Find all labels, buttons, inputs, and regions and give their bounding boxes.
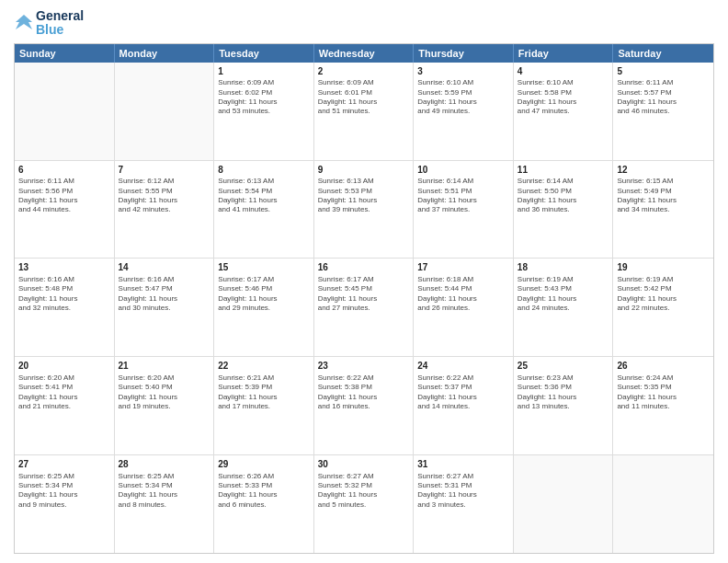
day-number: 20 bbox=[18, 360, 110, 373]
day-number: 10 bbox=[417, 164, 509, 177]
header: General Blue bbox=[14, 9, 714, 38]
cell-content: Sunrise: 6:16 AM Sunset: 5:48 PM Dayligh… bbox=[18, 275, 110, 314]
page: General Blue SundayMondayTuesdayWednesda… bbox=[0, 0, 728, 563]
day-cell-29: 29Sunrise: 6:26 AM Sunset: 5:33 PM Dayli… bbox=[214, 455, 314, 553]
cell-content: Sunrise: 6:14 AM Sunset: 5:51 PM Dayligh… bbox=[417, 177, 509, 215]
day-cell-19: 19Sunrise: 6:19 AM Sunset: 5:42 PM Dayli… bbox=[613, 259, 713, 356]
day-number: 29 bbox=[218, 458, 310, 471]
day-number: 8 bbox=[218, 164, 310, 177]
day-cell-15: 15Sunrise: 6:17 AM Sunset: 5:46 PM Dayli… bbox=[214, 259, 314, 356]
day-cell-31: 31Sunrise: 6:27 AM Sunset: 5:31 PM Dayli… bbox=[414, 455, 514, 553]
calendar-row-4: 27Sunrise: 6:25 AM Sunset: 5:34 PM Dayli… bbox=[15, 455, 713, 553]
logo-blue: Blue bbox=[36, 23, 84, 37]
empty-cell bbox=[115, 63, 215, 160]
day-cell-4: 4Sunrise: 6:10 AM Sunset: 5:58 PM Daylig… bbox=[514, 63, 614, 160]
cell-content: Sunrise: 6:27 AM Sunset: 5:31 PM Dayligh… bbox=[417, 472, 509, 511]
day-number: 26 bbox=[617, 360, 710, 373]
header-cell-sunday: Sunday bbox=[15, 44, 115, 63]
day-number: 15 bbox=[218, 261, 310, 274]
cell-content: Sunrise: 6:09 AM Sunset: 6:02 PM Dayligh… bbox=[218, 78, 310, 117]
cell-content: Sunrise: 6:19 AM Sunset: 5:43 PM Dayligh… bbox=[518, 275, 609, 314]
day-cell-9: 9Sunrise: 6:13 AM Sunset: 5:53 PM Daylig… bbox=[314, 161, 415, 259]
logo-general: General bbox=[36, 9, 84, 23]
cell-content: Sunrise: 6:17 AM Sunset: 5:45 PM Dayligh… bbox=[318, 275, 410, 314]
cell-content: Sunrise: 6:14 AM Sunset: 5:50 PM Dayligh… bbox=[518, 177, 609, 215]
day-number: 19 bbox=[617, 261, 710, 274]
day-cell-21: 21Sunrise: 6:20 AM Sunset: 5:40 PM Dayli… bbox=[115, 357, 215, 454]
day-number: 3 bbox=[417, 65, 509, 78]
day-number: 16 bbox=[318, 261, 410, 274]
day-cell-10: 10Sunrise: 6:14 AM Sunset: 5:51 PM Dayli… bbox=[414, 161, 514, 259]
cell-content: Sunrise: 6:18 AM Sunset: 5:44 PM Dayligh… bbox=[417, 275, 509, 314]
day-cell-27: 27Sunrise: 6:25 AM Sunset: 5:34 PM Dayli… bbox=[15, 455, 115, 553]
cell-content: Sunrise: 6:23 AM Sunset: 5:36 PM Dayligh… bbox=[518, 373, 609, 412]
logo-container: General Blue bbox=[14, 9, 84, 38]
calendar-header: SundayMondayTuesdayWednesdayThursdayFrid… bbox=[15, 44, 713, 63]
day-cell-28: 28Sunrise: 6:25 AM Sunset: 5:34 PM Dayli… bbox=[115, 455, 215, 553]
day-number: 4 bbox=[518, 65, 609, 78]
cell-content: Sunrise: 6:19 AM Sunset: 5:42 PM Dayligh… bbox=[617, 275, 710, 314]
day-number: 11 bbox=[518, 164, 609, 177]
empty-cell bbox=[15, 63, 115, 160]
day-number: 17 bbox=[417, 261, 509, 274]
day-number: 27 bbox=[18, 458, 110, 471]
day-number: 7 bbox=[119, 164, 210, 177]
day-cell-23: 23Sunrise: 6:22 AM Sunset: 5:38 PM Dayli… bbox=[314, 357, 415, 454]
cell-content: Sunrise: 6:20 AM Sunset: 5:40 PM Dayligh… bbox=[119, 373, 210, 412]
day-cell-20: 20Sunrise: 6:20 AM Sunset: 5:41 PM Dayli… bbox=[15, 357, 115, 454]
calendar-body: 1Sunrise: 6:09 AM Sunset: 6:02 PM Daylig… bbox=[15, 63, 713, 553]
logo: General Blue bbox=[14, 9, 84, 38]
day-cell-7: 7Sunrise: 6:12 AM Sunset: 5:55 PM Daylig… bbox=[115, 161, 215, 259]
day-number: 14 bbox=[119, 261, 210, 274]
day-cell-26: 26Sunrise: 6:24 AM Sunset: 5:35 PM Dayli… bbox=[613, 357, 713, 454]
cell-content: Sunrise: 6:21 AM Sunset: 5:39 PM Dayligh… bbox=[218, 373, 310, 412]
cell-content: Sunrise: 6:22 AM Sunset: 5:37 PM Dayligh… bbox=[417, 373, 509, 412]
day-number: 25 bbox=[518, 360, 609, 373]
cell-content: Sunrise: 6:20 AM Sunset: 5:41 PM Dayligh… bbox=[18, 373, 110, 412]
calendar-row-0: 1Sunrise: 6:09 AM Sunset: 6:02 PM Daylig… bbox=[15, 63, 713, 161]
empty-cell bbox=[514, 455, 614, 553]
day-cell-17: 17Sunrise: 6:18 AM Sunset: 5:44 PM Dayli… bbox=[414, 259, 514, 356]
day-cell-5: 5Sunrise: 6:11 AM Sunset: 5:57 PM Daylig… bbox=[613, 63, 713, 160]
cell-content: Sunrise: 6:25 AM Sunset: 5:34 PM Dayligh… bbox=[18, 472, 110, 511]
calendar-row-3: 20Sunrise: 6:20 AM Sunset: 5:41 PM Dayli… bbox=[15, 357, 713, 455]
cell-content: Sunrise: 6:10 AM Sunset: 5:58 PM Dayligh… bbox=[518, 78, 609, 117]
cell-content: Sunrise: 6:12 AM Sunset: 5:55 PM Dayligh… bbox=[119, 177, 210, 215]
header-cell-wednesday: Wednesday bbox=[314, 44, 415, 63]
day-number: 31 bbox=[417, 458, 509, 471]
day-cell-13: 13Sunrise: 6:16 AM Sunset: 5:48 PM Dayli… bbox=[15, 259, 115, 356]
day-cell-25: 25Sunrise: 6:23 AM Sunset: 5:36 PM Dayli… bbox=[514, 357, 614, 454]
day-cell-2: 2Sunrise: 6:09 AM Sunset: 6:01 PM Daylig… bbox=[314, 63, 415, 160]
cell-content: Sunrise: 6:27 AM Sunset: 5:32 PM Dayligh… bbox=[318, 472, 410, 511]
calendar: SundayMondayTuesdayWednesdayThursdayFrid… bbox=[14, 43, 714, 554]
cell-content: Sunrise: 6:11 AM Sunset: 5:57 PM Dayligh… bbox=[617, 78, 710, 117]
cell-content: Sunrise: 6:16 AM Sunset: 5:47 PM Dayligh… bbox=[119, 275, 210, 314]
day-cell-11: 11Sunrise: 6:14 AM Sunset: 5:50 PM Dayli… bbox=[514, 161, 614, 259]
cell-content: Sunrise: 6:26 AM Sunset: 5:33 PM Dayligh… bbox=[218, 472, 310, 511]
empty-cell bbox=[613, 455, 713, 553]
header-cell-thursday: Thursday bbox=[414, 44, 514, 63]
calendar-row-1: 6Sunrise: 6:11 AM Sunset: 5:56 PM Daylig… bbox=[15, 161, 713, 259]
day-number: 18 bbox=[518, 261, 609, 274]
header-cell-saturday: Saturday bbox=[613, 44, 713, 63]
header-cell-tuesday: Tuesday bbox=[214, 44, 314, 63]
cell-content: Sunrise: 6:09 AM Sunset: 6:01 PM Dayligh… bbox=[318, 78, 410, 117]
svg-marker-0 bbox=[16, 15, 32, 29]
day-cell-12: 12Sunrise: 6:15 AM Sunset: 5:49 PM Dayli… bbox=[613, 161, 713, 259]
day-number: 5 bbox=[617, 65, 710, 78]
day-cell-1: 1Sunrise: 6:09 AM Sunset: 6:02 PM Daylig… bbox=[214, 63, 314, 160]
day-cell-22: 22Sunrise: 6:21 AM Sunset: 5:39 PM Dayli… bbox=[214, 357, 314, 454]
cell-content: Sunrise: 6:13 AM Sunset: 5:53 PM Dayligh… bbox=[318, 177, 410, 215]
header-cell-friday: Friday bbox=[514, 44, 614, 63]
day-cell-18: 18Sunrise: 6:19 AM Sunset: 5:43 PM Dayli… bbox=[514, 259, 614, 356]
cell-content: Sunrise: 6:13 AM Sunset: 5:54 PM Dayligh… bbox=[218, 177, 310, 215]
day-cell-3: 3Sunrise: 6:10 AM Sunset: 5:59 PM Daylig… bbox=[414, 63, 514, 160]
day-number: 2 bbox=[318, 65, 410, 78]
day-number: 30 bbox=[318, 458, 410, 471]
day-number: 1 bbox=[218, 65, 310, 78]
cell-content: Sunrise: 6:11 AM Sunset: 5:56 PM Dayligh… bbox=[18, 177, 110, 215]
logo-bird-icon bbox=[14, 13, 34, 33]
day-cell-16: 16Sunrise: 6:17 AM Sunset: 5:45 PM Dayli… bbox=[314, 259, 415, 356]
day-cell-24: 24Sunrise: 6:22 AM Sunset: 5:37 PM Dayli… bbox=[414, 357, 514, 454]
day-cell-14: 14Sunrise: 6:16 AM Sunset: 5:47 PM Dayli… bbox=[115, 259, 215, 356]
